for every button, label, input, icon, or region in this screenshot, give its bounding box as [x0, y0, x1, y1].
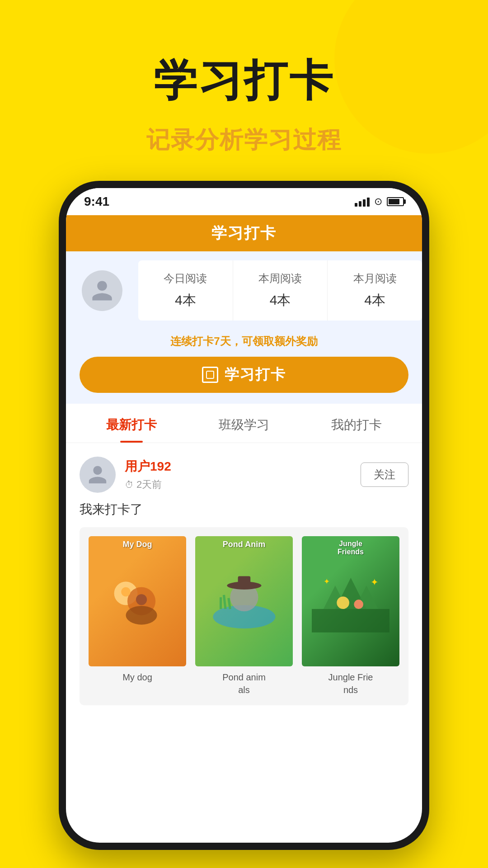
- app-header: 学习打卡: [66, 215, 422, 251]
- tabs-row: 最新打卡 班级学习 我的打卡: [66, 404, 422, 443]
- app-header-title: 学习打卡: [211, 223, 277, 244]
- status-time: 9:41: [84, 194, 109, 209]
- status-icons: ⊙: [355, 196, 404, 208]
- svg-rect-13: [312, 609, 390, 632]
- battery-icon: [387, 197, 404, 206]
- svg-point-17: [337, 597, 349, 609]
- checkin-btn-icon: [202, 367, 218, 383]
- svg-point-4: [121, 587, 131, 597]
- feed-time: ⏱ 2天前: [125, 478, 361, 491]
- checkbox-icon: [206, 370, 215, 379]
- status-bar: 9:41 ⊙: [66, 188, 422, 215]
- book-item-jungle[interactable]: JungleFriends: [302, 536, 399, 696]
- checkin-notice: 连续打卡7天，可领取额外奖励: [80, 334, 408, 349]
- page-header: 学习打卡 记录分析学习过程: [0, 0, 488, 156]
- book-illustration-mydog: [99, 556, 177, 647]
- book-cover-mydog: My Dog: [89, 536, 186, 666]
- book-cover-title-mydog: My Dog: [89, 540, 186, 549]
- stat-today-value: 4本: [175, 291, 196, 310]
- svg-line-11: [224, 595, 225, 609]
- stats-grid: 今日阅读 4本 本周阅读 4本 本月阅读 4本: [138, 260, 422, 321]
- feed-user-info: 用户192 ⏱ 2天前: [125, 458, 361, 491]
- book-illustration-jungle: ✦ ✦: [312, 556, 390, 647]
- svg-point-5: [136, 594, 147, 605]
- phone-outer: 9:41 ⊙ 学习打卡: [59, 181, 429, 850]
- checkin-notice-days: 7: [214, 335, 220, 347]
- book-cover-jungle: JungleFriends: [302, 536, 399, 666]
- feed-section: 用户192 ⏱ 2天前 关注 我来打卡了 My Dog: [66, 443, 422, 705]
- avatar: [82, 270, 122, 311]
- stat-today: 今日阅读 4本: [138, 260, 233, 321]
- feed-username: 用户192: [125, 458, 361, 475]
- stat-week: 本周阅读 4本: [233, 260, 328, 321]
- book-cover-title-jungle: JungleFriends: [302, 540, 399, 556]
- phone-mockup: 9:41 ⊙ 学习打卡: [59, 181, 429, 850]
- book-title-jungle: Jungle Friends: [328, 671, 373, 696]
- checkin-section: 连续打卡7天，可领取额外奖励 学习打卡: [66, 330, 422, 404]
- svg-line-12: [228, 598, 230, 609]
- avatar-area: [66, 260, 138, 321]
- feed-avatar-person-icon: [87, 464, 108, 486]
- avatar-person-icon: [90, 278, 114, 303]
- main-title: 学习打卡: [0, 54, 488, 106]
- stat-month-value: 4本: [364, 291, 385, 310]
- book-title-mydog: My dog: [122, 671, 152, 684]
- feed-avatar: [80, 457, 116, 493]
- stat-week-value: 4本: [270, 291, 291, 310]
- wifi-icon: ⊙: [374, 196, 382, 208]
- books-row: My Dog: [80, 527, 408, 705]
- tab-latest-checkin[interactable]: 最新打卡: [75, 404, 188, 443]
- checkin-button[interactable]: 学习打卡: [80, 357, 408, 393]
- book-cover-title-pond: Pond Anim: [195, 540, 293, 549]
- book-cover-pond: Pond Anim: [195, 536, 293, 666]
- stat-month-label: 本月阅读: [353, 271, 397, 286]
- feed-time-text: 2天前: [136, 478, 162, 491]
- svg-point-3: [126, 606, 157, 624]
- svg-text:✦: ✦: [324, 577, 330, 586]
- tab-my-checkin[interactable]: 我的打卡: [300, 404, 413, 443]
- svg-rect-9: [238, 576, 250, 586]
- feed-message: 我来打卡了: [80, 501, 408, 518]
- stats-section: 今日阅读 4本 本周阅读 4本 本月阅读 4本: [66, 251, 422, 330]
- tab-class-study[interactable]: 班级学习: [188, 404, 300, 443]
- svg-rect-0: [206, 371, 214, 378]
- book-title-pond: Pond animals: [222, 671, 266, 696]
- stat-month: 本月阅读 4本: [328, 260, 422, 321]
- feed-item-header: 用户192 ⏱ 2天前 关注: [80, 457, 408, 493]
- svg-point-18: [354, 600, 363, 609]
- book-illustration-pond: [205, 556, 283, 647]
- phone-inner: 9:41 ⊙ 学习打卡: [66, 188, 422, 843]
- svg-text:✦: ✦: [370, 577, 378, 587]
- checkin-btn-label: 学习打卡: [225, 365, 286, 385]
- book-item-pond[interactable]: Pond Anim: [195, 536, 293, 696]
- follow-button[interactable]: 关注: [361, 462, 408, 487]
- sub-title: 记录分析学习过程: [0, 124, 488, 156]
- stat-week-label: 本周阅读: [258, 271, 302, 286]
- checkin-notice-suffix: 天，可领取额外奖励: [220, 335, 318, 347]
- stat-today-label: 今日阅读: [164, 271, 207, 286]
- book-item-mydog[interactable]: My Dog: [89, 536, 186, 696]
- checkin-notice-text: 连续打卡: [170, 335, 214, 347]
- signal-icon: [355, 197, 370, 207]
